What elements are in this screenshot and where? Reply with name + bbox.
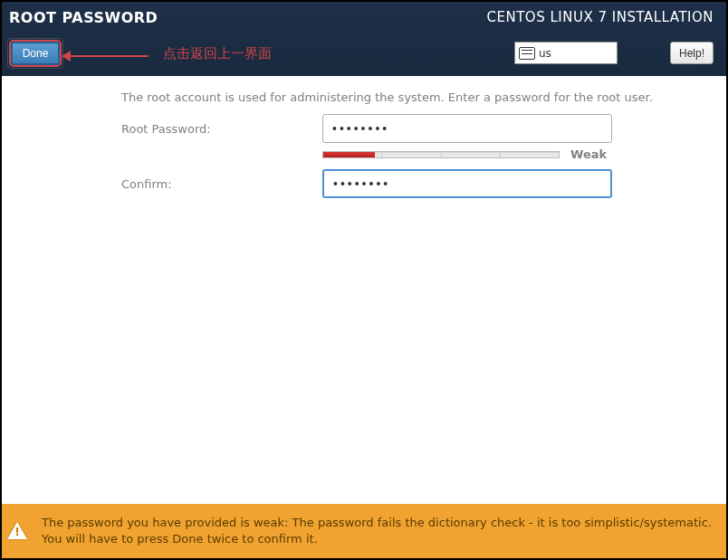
installer-window: ROOT PASSWORD Done 点击返回上一界面 CENTOS LINUX… [2, 2, 726, 558]
content-area: The root account is used for administeri… [2, 76, 726, 558]
annotation-text: 点击返回上一界面 [163, 45, 272, 62]
intro-text: The root account is used for administeri… [121, 90, 653, 104]
header-bar: ROOT PASSWORD Done 点击返回上一界面 CENTOS LINUX… [2, 2, 726, 76]
arrow-line [69, 55, 148, 57]
confirm-password-label: Confirm: [121, 177, 322, 191]
product-title: CENTOS LINUX 7 INSTALLATION [487, 9, 714, 25]
keyboard-icon [519, 47, 535, 60]
password-strength-row: Weak [322, 147, 607, 161]
arrow-head-icon [62, 51, 71, 62]
page-title: ROOT PASSWORD [9, 9, 158, 26]
password-strength-label: Weak [570, 147, 607, 161]
header-controls: us Help! [514, 42, 714, 64]
help-button[interactable]: Help! [670, 42, 714, 64]
root-password-row: Root Password: [121, 114, 612, 143]
keyboard-layout-indicator[interactable]: us [514, 42, 618, 64]
password-strength-bar [322, 151, 560, 158]
warning-text: The password you have provided is weak: … [42, 515, 717, 547]
root-password-input[interactable] [322, 114, 612, 143]
strength-fill [323, 152, 375, 157]
warning-icon: ! [7, 521, 29, 541]
confirm-password-row: Confirm: [121, 169, 612, 198]
keyboard-layout-label: us [539, 47, 551, 60]
root-password-label: Root Password: [121, 122, 322, 136]
done-button[interactable]: Done [11, 42, 60, 65]
annotation-arrow [69, 51, 159, 62]
warning-bar: ! The password you have provided is weak… [2, 504, 726, 558]
confirm-password-input[interactable] [322, 169, 612, 198]
